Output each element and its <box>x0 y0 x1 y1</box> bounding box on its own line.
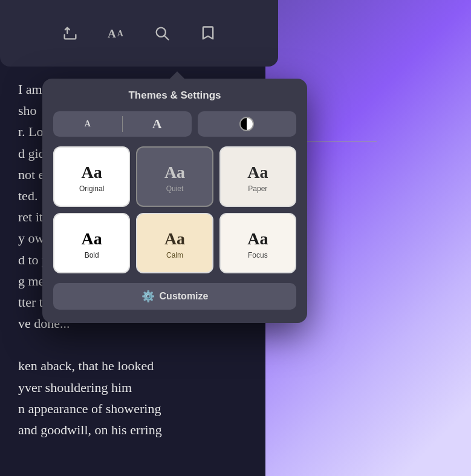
theme-aa-paper: Aa <box>247 163 268 182</box>
theme-label-focus: Focus <box>248 251 268 259</box>
theme-aa-focus: Aa <box>247 229 268 249</box>
font-size-button[interactable]: A A <box>103 20 129 47</box>
theme-quiet[interactable]: Aa Quiet <box>136 146 213 207</box>
reader-toolbar: A A <box>0 0 278 67</box>
svg-text:A: A <box>117 29 124 38</box>
themes-settings-panel: Themes & Settings A A Aa Original Aa Qui… <box>42 79 307 323</box>
options-row: A A <box>53 111 296 137</box>
font-size-control: A A <box>53 111 192 137</box>
theme-paper[interactable]: Aa Paper <box>219 146 296 207</box>
theme-bold[interactable]: Aa Bold <box>53 213 130 273</box>
contrast-button[interactable] <box>198 111 296 137</box>
theme-grid: Aa Original Aa Quiet Aa Paper Aa Bold Aa… <box>53 146 296 273</box>
theme-aa-bold: Aa <box>82 229 102 249</box>
theme-aa-original: Aa <box>82 163 102 182</box>
theme-aa-quiet: Aa <box>164 163 185 182</box>
theme-calm[interactable]: Aa Calm <box>136 213 213 273</box>
share-button[interactable] <box>57 20 83 47</box>
theme-label-paper: Paper <box>248 184 267 193</box>
font-increase-button[interactable]: A <box>123 111 192 137</box>
bookmark-button[interactable] <box>195 20 221 47</box>
theme-label-bold: Bold <box>85 251 99 259</box>
pointer-line <box>304 141 377 142</box>
search-button[interactable] <box>149 20 175 47</box>
font-size-icon: A A <box>108 25 125 42</box>
search-icon <box>154 25 171 42</box>
share-icon <box>62 25 79 42</box>
theme-original[interactable]: Aa Original <box>53 146 130 207</box>
svg-text:A: A <box>108 27 116 40</box>
theme-label-calm: Calm <box>166 251 183 259</box>
svg-line-3 <box>164 36 168 39</box>
contrast-icon <box>239 117 254 131</box>
bookmark-icon <box>200 25 216 42</box>
customize-icon: ⚙️ <box>141 290 155 303</box>
theme-focus[interactable]: Aa Focus <box>219 213 296 273</box>
font-decrease-button[interactable]: A <box>53 111 122 137</box>
theme-label-original: Original <box>79 184 104 193</box>
theme-aa-calm: Aa <box>164 229 185 249</box>
theme-label-quiet: Quiet <box>166 184 184 193</box>
panel-title: Themes & Settings <box>53 90 296 102</box>
customize-button[interactable]: ⚙️ Customize <box>53 283 296 310</box>
